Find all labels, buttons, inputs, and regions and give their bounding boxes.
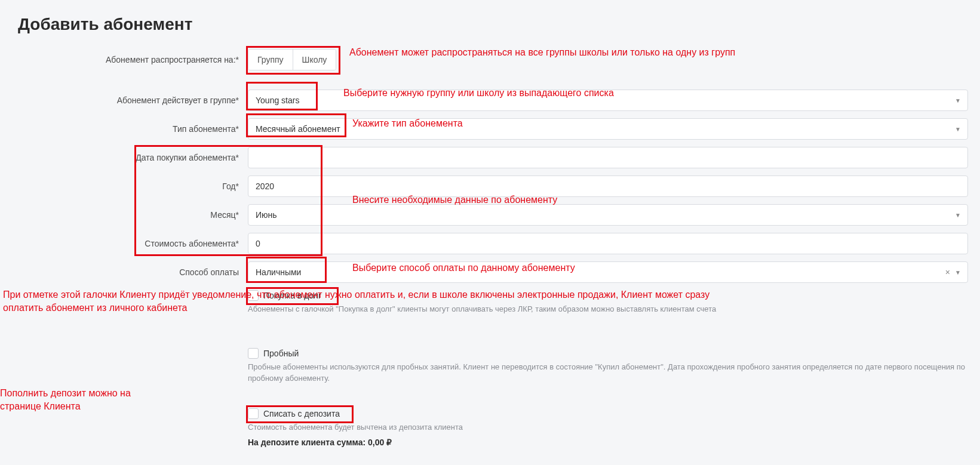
label-type: Тип абонемента*	[12, 118, 248, 134]
toggle-group-button[interactable]: Группу	[248, 50, 293, 70]
debt-checkbox-label: Покупка в долг	[263, 291, 321, 300]
trial-checkbox[interactable]	[248, 348, 259, 359]
type-select-value: Месячный абонемент	[248, 118, 968, 140]
toggle-applies-to: Группу Школу	[248, 49, 336, 70]
deposit-amount-text: На депозите клиента сумма: 0,00 ₽	[248, 438, 968, 447]
clear-icon[interactable]: ×	[945, 267, 950, 277]
group-select[interactable]: Young stars ▼	[248, 90, 968, 111]
label-purchase-date: Дата покупки абонемента*	[12, 147, 248, 162]
page-title: Добавить абонемент	[12, 15, 968, 34]
trial-checkbox-label: Пробный	[263, 349, 299, 358]
label-month: Месяц*	[12, 204, 248, 220]
label-cost: Стоимость абонемента*	[12, 233, 248, 248]
cost-input[interactable]	[248, 233, 968, 254]
label-group: Абонемент действует в группе*	[12, 90, 248, 105]
month-select[interactable]: Июнь ▼	[248, 204, 968, 226]
debt-checkbox[interactable]	[248, 290, 259, 301]
payment-select-value: Наличными	[248, 261, 968, 283]
label-payment: Способ оплаты	[12, 261, 248, 277]
deposit-checkbox[interactable]	[248, 408, 259, 419]
label-year: Год*	[12, 175, 248, 191]
trial-help-text: Пробные абонементы используются для проб…	[248, 361, 968, 384]
purchase-date-input[interactable]	[248, 147, 968, 168]
month-select-value: Июнь	[248, 204, 968, 226]
label-applies-to: Абонемент распространяется на:*	[12, 49, 248, 64]
year-input[interactable]	[248, 175, 968, 197]
payment-select[interactable]: Наличными × ▼	[248, 261, 968, 283]
deposit-help-text: Стоимость абонемента будет вычтена из де…	[248, 421, 968, 433]
toggle-school-button[interactable]: Школу	[293, 50, 336, 70]
debt-help-text: Абонементы с галочкой "Покупка в долг" к…	[248, 303, 968, 315]
deposit-checkbox-label: Списать с депозита	[263, 409, 340, 418]
group-select-value: Young stars	[248, 90, 968, 111]
annotation-applies-to: Абонемент может распространяться на все …	[349, 46, 735, 59]
type-select[interactable]: Месячный абонемент ▼	[248, 118, 968, 140]
